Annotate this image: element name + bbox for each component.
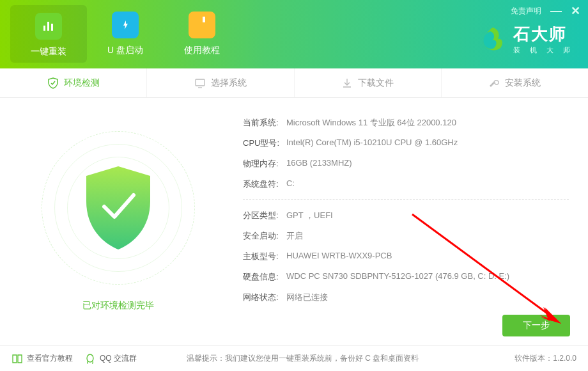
info-value-cpu: Intel(R) Core(TM) i5-10210U CPU @ 1.60GH… bbox=[286, 138, 458, 149]
system-info-panel: 当前系统:Microsoft Windows 11 专业版 64位 22000.… bbox=[236, 98, 588, 344]
nav-tutorial[interactable]: 使用教程 bbox=[164, 0, 240, 63]
version-label: 软件版本： bbox=[514, 354, 553, 363]
disclaimer-link[interactable]: 免责声明 bbox=[511, 6, 541, 17]
bars-icon bbox=[42, 19, 56, 33]
info-value-sysdrive: C: bbox=[286, 178, 295, 190]
svg-point-11 bbox=[87, 354, 93, 362]
footer-link-label: 查看官方教程 bbox=[27, 353, 73, 364]
svg-rect-2 bbox=[51, 24, 53, 31]
qq-icon bbox=[84, 353, 96, 365]
shield-icon bbox=[47, 77, 59, 89]
info-label-os: 当前系统: bbox=[243, 117, 286, 129]
brand-title: 石大师 bbox=[513, 23, 574, 45]
wrench-icon bbox=[488, 77, 500, 89]
brand-logo: 石大师 装 机 大 师 bbox=[479, 23, 574, 55]
tab-env-check[interactable]: 环境检测 bbox=[0, 68, 147, 97]
info-label-part: 分区类型: bbox=[243, 210, 286, 221]
nav-label: U 盘启动 bbox=[87, 45, 164, 56]
minimize-button[interactable]: — bbox=[550, 4, 562, 18]
tab-label: 环境检测 bbox=[64, 77, 100, 89]
info-label-mem: 物理内存: bbox=[243, 158, 286, 170]
shield-panel: 已对环境检测完毕 bbox=[0, 98, 236, 344]
info-label-net: 网络状态: bbox=[243, 292, 286, 303]
nav-usb-boot[interactable]: U 盘启动 bbox=[87, 0, 164, 63]
info-label-board: 主板型号: bbox=[243, 251, 286, 262]
tab-label: 下载文件 bbox=[358, 77, 394, 89]
footer-qq-link[interactable]: QQ 交流群 bbox=[84, 353, 137, 365]
app-header: 一键重装 U 盘启动 使用教程 免责声明 — ✕ 石大师 装 机 大 师 bbox=[0, 0, 588, 68]
nav-label: 使用教程 bbox=[164, 45, 240, 56]
tab-label: 安装系统 bbox=[505, 77, 541, 89]
info-value-part: GPT ，UEFI bbox=[286, 210, 333, 221]
svg-rect-6 bbox=[196, 79, 205, 86]
info-value-mem: 16GB (2133MHZ) bbox=[286, 158, 352, 170]
footer-link-label: QQ 交流群 bbox=[100, 353, 137, 364]
tab-download[interactable]: 下载文件 bbox=[295, 68, 442, 97]
book-icon bbox=[195, 17, 209, 33]
tip-text: 我们建议您使用一键重装系统前，备份好 C 盘和桌面资料 bbox=[225, 354, 419, 363]
tab-label: 选择系统 bbox=[211, 77, 247, 89]
version-value: 1.2.0.0 bbox=[553, 354, 576, 363]
svg-rect-5 bbox=[203, 17, 205, 22]
nav-label: 一键重装 bbox=[10, 46, 87, 58]
info-label-cpu: CPU型号: bbox=[243, 138, 286, 149]
book-open-icon bbox=[12, 353, 23, 365]
env-check-status: 已对环境检测完毕 bbox=[82, 300, 154, 312]
footer-bar: 查看官方教程 QQ 交流群 温馨提示：我们建议您使用一键重装系统前，备份好 C … bbox=[0, 345, 588, 371]
svg-rect-1 bbox=[47, 22, 49, 31]
nav-reinstall[interactable]: 一键重装 bbox=[10, 5, 87, 63]
svg-rect-0 bbox=[43, 26, 45, 31]
info-value-board: HUAWEI WRTB-WXX9-PCB bbox=[286, 251, 392, 262]
footer-version: 软件版本：1.2.0.0 bbox=[514, 353, 576, 364]
footer-tip: 温馨提示：我们建议您使用一键重装系统前，备份好 C 盘和桌面资料 bbox=[187, 353, 419, 364]
download-icon bbox=[341, 77, 353, 89]
logo-icon bbox=[479, 25, 507, 53]
info-value-disk: WDC PC SN730 SDBPNTY-512G-1027 (476.9 GB… bbox=[286, 271, 509, 283]
footer-tutorial-link[interactable]: 查看官方教程 bbox=[12, 353, 73, 365]
tab-select-system[interactable]: 选择系统 bbox=[147, 68, 294, 97]
info-value-secure: 开启 bbox=[286, 230, 303, 242]
info-label-sysdrive: 系统盘符: bbox=[243, 178, 286, 190]
tab-install[interactable]: 安装系统 bbox=[442, 68, 588, 97]
monitor-icon bbox=[194, 77, 206, 89]
bolt-icon bbox=[119, 17, 132, 33]
svg-rect-4 bbox=[197, 19, 207, 31]
close-button[interactable]: ✕ bbox=[571, 4, 580, 18]
info-label-secure: 安全启动: bbox=[243, 230, 286, 242]
next-button[interactable]: 下一步 bbox=[502, 315, 570, 336]
info-value-net: 网络已连接 bbox=[286, 292, 328, 303]
info-value-os: Microsoft Windows 11 专业版 64位 22000.120 bbox=[286, 117, 456, 129]
brand-subtitle: 装 机 大 师 bbox=[513, 45, 574, 55]
info-label-disk: 硬盘信息: bbox=[243, 271, 286, 283]
tip-label: 温馨提示： bbox=[187, 354, 225, 363]
step-tabs: 环境检测 选择系统 下载文件 安装系统 bbox=[0, 68, 588, 98]
